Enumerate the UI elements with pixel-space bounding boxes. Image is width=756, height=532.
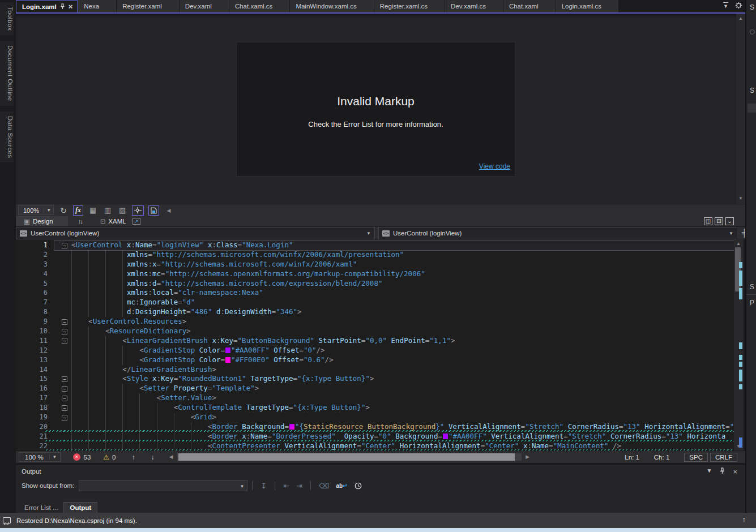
gear-icon[interactable] [735,2,742,9]
close-icon[interactable]: × [69,4,73,10]
fold-collapse-icon[interactable]: − [62,415,67,421]
swap-panes-button[interactable]: ↑↓ [68,218,92,225]
scroll-up-icon[interactable]: ▲ [734,240,743,248]
scroll-down-icon[interactable]: ▼ [736,195,745,203]
code-line[interactable]: 4xmlns:mc="http://schemas.openxmlformats… [16,269,734,279]
line-ending-toggle[interactable]: CRLF [710,453,737,462]
next-issue-icon[interactable]: ↓ [151,453,155,461]
editor-vertical-scrollbar[interactable]: ▲ ▼ [734,239,744,451]
fold-collapse-icon[interactable]: − [62,338,67,344]
color-swatch-icon[interactable] [289,424,294,430]
editor-horizontal-scrollbar[interactable]: ◀ ▶ [169,451,625,463]
tab-list-icon[interactable]: ▼ [723,2,728,9]
tool-window-tab-data-sources[interactable]: Data Sources [0,111,14,162]
effects-toggle-button[interactable]: fx [73,205,83,216]
document-tab[interactable]: Register.xaml.cs [374,0,445,12]
snapping-gridlines-icon[interactable]: ▨ [117,205,127,216]
document-tab[interactable]: Register.xaml [117,0,179,12]
color-swatch-icon[interactable] [225,357,230,363]
document-tab[interactable]: Chat.xaml [503,0,556,12]
code-line[interactable]: 15−<Style x:Key="RoundedButton1" TargetT… [16,374,734,384]
collapse-pane-button[interactable]: ⌄ [725,217,734,225]
snap-to-snaplines-button[interactable] [132,205,144,216]
pin-icon[interactable] [60,3,65,10]
show-grid-icon[interactable]: ▦ [88,205,98,216]
tab-design[interactable]: ▣ Design [16,216,68,226]
refresh-icon[interactable]: ↻ [58,205,69,216]
snap-grid-icon[interactable]: ▥ [102,205,113,216]
timestamp-icon[interactable] [354,482,362,490]
code-line[interactable]: 3xmlns:x="http://schemas.microsoft.com/w… [16,260,734,269]
code-line[interactable]: 8d:DesignHeight="486" d:DesignWidth="346… [16,307,734,317]
space-mode-toggle[interactable]: SPC [684,453,708,462]
code-line[interactable]: 22<ContentPresenter VerticalAlignment="C… [16,441,734,451]
code-line[interactable]: 16−<Setter Property="Template"> [16,384,734,393]
close-icon[interactable]: × [733,467,737,476]
fold-collapse-icon[interactable]: − [62,396,67,401]
code-line[interactable]: 6xmlns:local="clr-namespace:Nexa" [16,288,734,298]
code-line[interactable]: 12<GradientStop Color="#AA00FF" Offset="… [16,346,734,355]
error-count-icon[interactable]: × [73,453,80,461]
warning-count-icon[interactable]: ⚠ [103,453,109,461]
code-line[interactable]: 7mc:Ignorable="d" [16,298,734,307]
scroll-down-icon[interactable]: ▼ [734,443,743,451]
project-code-toggle-button[interactable] [148,205,159,216]
code-line[interactable]: 20<Border Background="{StaticResource Bu… [16,422,734,432]
fold-collapse-icon[interactable]: − [62,243,67,248]
code-line[interactable]: 21<Border x:Name="BorderPressed" Opacity… [16,432,734,441]
collapse-left-icon[interactable]: ◀ [164,205,174,216]
code-line[interactable]: 2xmlns="http://schemas.microsoft.com/win… [16,250,734,260]
scroll-up-icon[interactable]: ▲ [736,15,745,23]
clear-all-icon[interactable]: ⌫ [319,482,329,490]
document-tab[interactable]: Chat.xaml.cs [229,0,289,12]
view-code-link[interactable]: View code [479,162,510,170]
document-tab[interactable]: Dev.xaml.cs [445,0,503,12]
error-count[interactable]: 53 [84,454,91,461]
designer-zoom-select[interactable]: 100% ▼ [18,205,54,215]
code-line[interactable]: 11−<LinearGradientBrush x:Key="ButtonBac… [16,336,734,346]
code-line[interactable]: 10−<ResourceDictionary> [16,327,734,336]
horizontal-split-button[interactable]: ⊟ [715,217,723,225]
chevron-down-icon[interactable]: ▼ [707,467,712,476]
document-tab[interactable]: Dev.xaml [180,0,229,12]
design-vertical-scrollbar[interactable]: ▲ ▼ [736,14,745,204]
document-tab[interactable]: Login.xaml.cs [556,0,618,12]
document-tab[interactable]: Nexa [78,0,116,12]
tab-xaml[interactable]: ⊡ XAML ↗ [92,216,148,226]
color-swatch-icon[interactable] [225,347,230,353]
output-source-select[interactable]: ▼ [79,480,247,491]
code-line[interactable]: 19−<Grid> [16,413,734,422]
fold-collapse-icon[interactable]: − [62,386,67,392]
fold-collapse-icon[interactable]: − [62,329,67,334]
xaml-code-editor[interactable]: 1−<UserControl x:Name="loginView" x:Clas… [16,239,734,451]
feedback-bubble-icon[interactable] [3,517,11,524]
bottom-tab-error-list[interactable]: Error List ... [19,503,63,513]
code-line[interactable]: 1−<UserControl x:Name="loginView" x:Clas… [16,241,734,250]
vertical-split-button[interactable]: ◫ [704,217,712,225]
warning-count[interactable]: 0 [112,454,116,461]
send-feedback-up-icon[interactable]: ↑ [742,515,746,524]
scroll-right-icon[interactable]: ▶ [526,454,529,460]
code-line[interactable]: 14</LinearGradientBrush> [16,365,734,375]
code-line[interactable]: 9−<UserControl.Resources> [16,317,734,327]
pin-icon[interactable] [720,467,725,476]
scroll-left-icon[interactable]: ◀ [169,454,173,460]
breadcrumb-right[interactable]: <> UserControl (loginView) ▼ [378,227,737,239]
tool-window-tab-document-outline[interactable]: Document Outline [0,41,14,105]
fold-collapse-icon[interactable]: − [62,319,67,325]
word-wrap-icon[interactable]: ab↵ [336,483,347,489]
color-swatch-icon[interactable] [443,434,448,439]
popout-pane-icon[interactable]: ↗ [133,218,140,225]
code-line[interactable]: 18−<ControlTemplate TargetType="{x:Type … [16,403,734,413]
next-message-icon[interactable]: ⇥ [296,482,302,490]
document-tab[interactable]: MainWindow.xaml.cs [290,0,373,12]
tool-window-tab-toolbox[interactable]: Toolbox [0,2,14,35]
previous-message-icon[interactable]: ⇤ [283,482,289,490]
breadcrumb-left[interactable]: <> UserControl (loginView) ▼ [16,227,375,239]
bottom-tab-output[interactable]: Output [63,502,97,513]
go-to-message-icon[interactable]: ↧ [260,482,267,490]
fold-collapse-icon[interactable]: − [62,405,67,411]
editor-zoom-select[interactable]: 100 % ▼ [19,452,61,462]
previous-issue-icon[interactable]: ↑ [132,453,135,461]
code-line[interactable]: 13<GradientStop Color="#FF00E0" Offset="… [16,355,734,365]
